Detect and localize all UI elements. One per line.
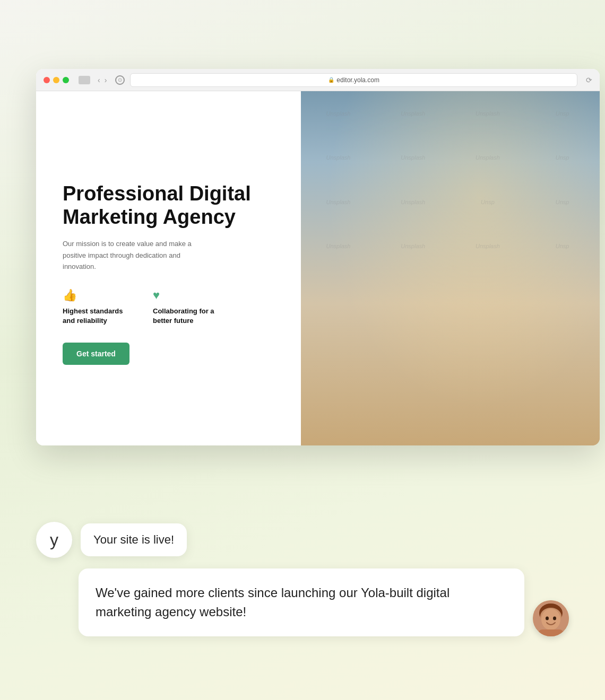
hero-subtitle: Our mission is to create value and make …	[63, 238, 211, 272]
feature-label-1: Highest standards and reliability	[63, 307, 132, 326]
hero-title: Professional Digital Marketing Agency	[63, 182, 280, 229]
minimize-dot[interactable]	[53, 77, 59, 83]
feature-label-2: Collaborating for a better future	[153, 307, 222, 326]
back-button[interactable]: ‹	[98, 76, 100, 84]
testimonial-text: We've gained more clients since launchin…	[96, 585, 450, 619]
svg-point-52	[541, 609, 560, 630]
features-row: 👍 Highest standards and reliability ♥ Co…	[63, 288, 280, 326]
avatar-svg	[533, 600, 569, 636]
notification-bubble: y Your site is live!	[36, 522, 569, 558]
yola-letter: y	[50, 530, 58, 550]
browser-dots	[44, 77, 69, 83]
reload-button[interactable]: ⟳	[586, 76, 592, 84]
svg-point-54	[553, 617, 556, 620]
browser-content: Professional Digital Marketing Agency Ou…	[36, 91, 600, 445]
browser-toolbar: ‹ › ⊙ 🔒 editor.yola.com ⟳	[36, 69, 600, 91]
heart-icon: ♥	[153, 288, 222, 302]
thumbsup-icon: 👍	[63, 288, 132, 302]
notification-message: Your site is live!	[81, 523, 187, 556]
yola-logo: y	[36, 522, 72, 558]
notification-text: Your site is live!	[93, 533, 174, 546]
avatar	[533, 600, 569, 636]
image-background	[301, 91, 600, 445]
feature-item-1: 👍 Highest standards and reliability	[63, 288, 132, 326]
hero-image-panel: Unsplash Unsplash Unsplash Unsp Unsplash…	[301, 91, 600, 445]
shield-icon: ⊙	[115, 75, 125, 85]
address-bar[interactable]: 🔒 editor.yola.com	[130, 73, 577, 87]
browser-arrows: ‹ ›	[98, 76, 107, 84]
url-text: editor.yola.com	[336, 76, 379, 84]
svg-rect-55	[538, 629, 564, 636]
lock-icon: 🔒	[328, 77, 334, 83]
testimonial-message: We've gained more clients since launchin…	[79, 568, 524, 636]
browser-window: ‹ › ⊙ 🔒 editor.yola.com ⟳ Professional D…	[36, 69, 600, 445]
left-panel: Professional Digital Marketing Agency Ou…	[36, 91, 301, 445]
maximize-dot[interactable]	[63, 77, 69, 83]
forward-button[interactable]: ›	[105, 76, 107, 84]
sidebar-toggle-icon[interactable]	[79, 76, 90, 84]
svg-point-53	[546, 617, 549, 620]
feature-item-2: ♥ Collaborating for a better future	[153, 288, 222, 326]
chat-area: y Your site is live! We've gained more c…	[36, 522, 569, 636]
testimonial-bubble: We've gained more clients since launchin…	[79, 568, 569, 636]
get-started-button[interactable]: Get started	[63, 343, 129, 365]
close-dot[interactable]	[44, 77, 50, 83]
